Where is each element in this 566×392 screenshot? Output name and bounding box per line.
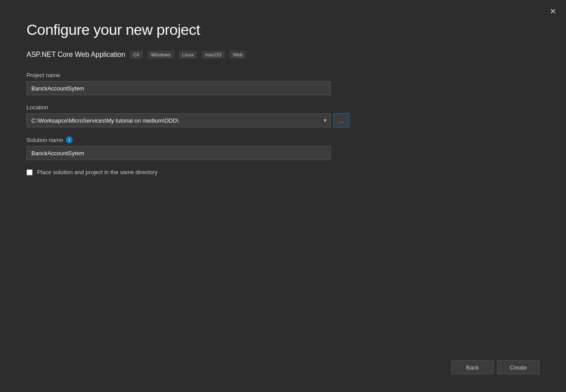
footer: Back Create	[26, 351, 540, 374]
form-section: Project name Location ... So	[26, 72, 540, 351]
solution-name-label: Solution name i	[26, 136, 540, 143]
back-button[interactable]: Back	[451, 360, 494, 374]
page-title: Configure your new project	[26, 21, 540, 38]
browse-button[interactable]: ...	[334, 113, 349, 127]
same-directory-label[interactable]: Place solution and project in the same d…	[37, 169, 157, 175]
tag-macos: macOS	[202, 51, 225, 59]
same-directory-checkbox[interactable]	[26, 169, 33, 175]
project-name-label: Project name	[26, 72, 540, 78]
location-group: Location ...	[26, 104, 540, 127]
info-icon[interactable]: i	[66, 136, 73, 143]
tag-web: Web	[229, 51, 246, 59]
solution-name-input[interactable]	[26, 146, 331, 160]
project-name-group: Project name	[26, 72, 540, 95]
create-button[interactable]: Create	[497, 360, 540, 374]
tag-windows: Windows	[147, 51, 174, 59]
location-label: Location	[26, 104, 540, 111]
solution-name-group: Solution name i	[26, 136, 540, 160]
location-select-wrapper	[26, 113, 331, 127]
subtitle-text: ASP.NET Core Web Application	[26, 51, 125, 59]
same-directory-row: Place solution and project in the same d…	[26, 169, 540, 175]
configure-project-window: ✕ Configure your new project ASP.NET Cor…	[0, 0, 566, 392]
subtitle-row: ASP.NET Core Web Application C# Windows …	[26, 51, 540, 59]
close-button[interactable]: ✕	[548, 7, 557, 16]
location-input[interactable]	[26, 113, 331, 127]
project-name-input[interactable]	[26, 81, 331, 95]
tag-linux: Linux	[179, 51, 197, 59]
location-row: ...	[26, 113, 540, 127]
tag-csharp: C#	[130, 51, 143, 59]
